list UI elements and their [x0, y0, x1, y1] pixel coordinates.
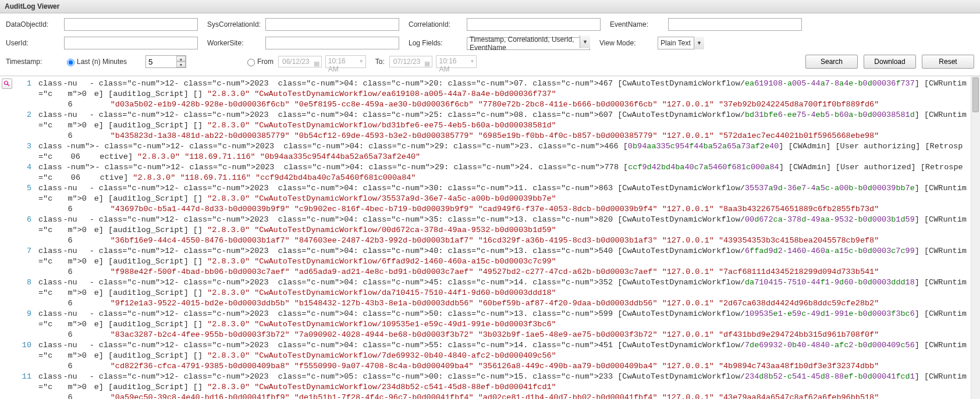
line-number: 3 — [17, 141, 38, 162]
eventname-label: EventName: — [610, 20, 668, 28]
calendar-icon[interactable]: ▦ — [424, 60, 430, 67]
log-line: 8 class="c-num">06- class="c-num">12- cl… — [17, 277, 967, 309]
chevron-down-icon[interactable]: ▼ — [580, 35, 590, 48]
viewmode-label: View Mode: — [599, 39, 658, 47]
to-time-input[interactable]: 10:16 AM ▼ — [436, 55, 477, 68]
chevron-down-icon[interactable]: ▼ — [359, 59, 364, 64]
filter-row-2: UserId: WorkerSite: Log Fields: Timestam… — [6, 35, 974, 50]
lastn-label-text: Last (n) Minutes — [77, 58, 127, 66]
filter-row-3: Timestamp: Last (n) Minutes ▲ ▼ From 06/… — [6, 55, 974, 69]
workersite-label: WorkerSite: — [207, 39, 265, 47]
svg-point-0 — [5, 81, 8, 85]
timestamp-label: Timestamp: — [6, 58, 64, 66]
userid-input[interactable] — [64, 37, 198, 49]
lastn-radio[interactable] — [67, 59, 74, 66]
to-label: To: — [375, 58, 385, 66]
lastn-radio-label[interactable]: Last (n) Minutes — [64, 57, 145, 66]
spinner-down-icon[interactable]: ▼ — [176, 62, 186, 67]
chevron-down-icon[interactable]: ▼ — [694, 37, 704, 49]
logfields-label: Log Fields: — [409, 39, 467, 47]
search-in-log-icon[interactable] — [2, 79, 12, 89]
log-line: 10 class="c-num">06- class="c-num">12- c… — [17, 340, 967, 372]
svg-line-1 — [8, 84, 9, 86]
logfields-select[interactable]: Timestamp, CorrelationId, UserId, EventN… — [467, 37, 590, 50]
log-body[interactable]: 1 class="c-num">06- class="c-num">12- cl… — [14, 76, 971, 399]
log-line: 6 class="c-num">06- class="c-num">12- cl… — [17, 215, 967, 246]
search-button[interactable]: Search — [805, 55, 858, 69]
chevron-down-icon[interactable]: ▼ — [470, 59, 475, 64]
window-title: AuditLog Viewer — [0, 0, 980, 13]
line-number: 2 — [17, 110, 38, 141]
log-line: 7 class="c-num">06- class="c-num">12- cl… — [17, 246, 967, 277]
log-line: 1 class="c-num">06- class="c-num">12- cl… — [17, 79, 967, 110]
from-time-input[interactable]: 10:16 AM ▼ — [325, 55, 366, 68]
from-radio-label[interactable]: From — [244, 57, 274, 66]
correlationid-label: CorrelationId: — [409, 20, 467, 28]
line-number: 7 — [17, 246, 38, 277]
line-number: 11 — [17, 372, 38, 399]
log-line: 3 class="c-num">06- class="c-num">12- cl… — [17, 141, 967, 162]
line-number: 4 — [17, 162, 38, 183]
dataobjectid-label: DataObjectId: — [6, 20, 64, 28]
syscorrelationid-input[interactable] — [265, 18, 399, 31]
line-number: 6 — [17, 215, 38, 246]
reset-button[interactable]: Reset — [922, 55, 974, 69]
log-viewer: 1 class="c-num">06- class="c-num">12- cl… — [0, 76, 980, 399]
log-line: 2 class="c-num">06- class="c-num">12- cl… — [17, 110, 967, 141]
log-line: 4 class="c-num">06- class="c-num">12- cl… — [17, 162, 967, 183]
workersite-input[interactable] — [265, 37, 399, 49]
line-number: 8 — [17, 277, 38, 309]
from-radio[interactable] — [247, 59, 255, 66]
correlationid-input[interactable] — [467, 18, 601, 31]
vertical-scrollbar[interactable] — [971, 76, 980, 399]
log-line: 11 class="c-num">06- class="c-num">12- c… — [17, 372, 967, 399]
spinner-up-icon[interactable]: ▲ — [176, 56, 186, 62]
log-line: 9 class="c-num">06- class="c-num">12- cl… — [17, 309, 967, 340]
scrollbar-thumb[interactable] — [972, 77, 979, 112]
log-line: 5 class="c-num">06- class="c-num">12- cl… — [17, 183, 967, 215]
userid-label: UserId: — [6, 39, 64, 47]
syscorrelationid-label: SysCorrelationId: — [207, 20, 265, 28]
from-time-text: 10:16 AM — [328, 57, 346, 73]
filter-row-1: DataObjectId: SysCorrelationId: Correlat… — [6, 18, 974, 31]
line-number: 10 — [17, 340, 38, 372]
dataobjectid-input[interactable] — [64, 18, 198, 31]
eventname-input[interactable] — [668, 18, 802, 31]
calendar-icon[interactable]: ▦ — [314, 60, 319, 67]
download-button[interactable]: Download — [864, 55, 916, 69]
from-label-text: From — [257, 58, 274, 66]
line-number: 9 — [17, 309, 38, 340]
line-number: 5 — [17, 183, 38, 215]
filters-panel: DataObjectId: SysCorrelationId: Correlat… — [0, 13, 980, 76]
to-time-text: 10:16 AM — [439, 57, 456, 73]
line-number: 1 — [17, 79, 38, 110]
